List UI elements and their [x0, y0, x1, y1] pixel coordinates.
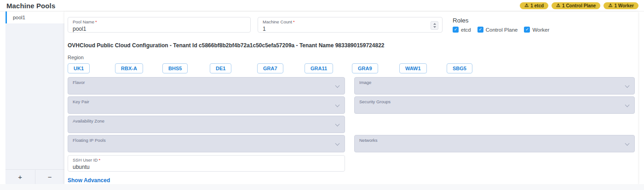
role-checkbox-worker[interactable]: ✓ Worker — [524, 27, 549, 33]
page-title: Machine Pools — [6, 2, 55, 10]
pool-name-input[interactable] — [73, 25, 246, 32]
availability-zone-select-label: Availability Zone — [73, 118, 340, 123]
machine-count-label: Machine Count* — [263, 19, 437, 24]
badge-control-plane[interactable]: ⚠ 1 Control Plane — [552, 2, 600, 9]
checkbox-checked-icon[interactable]: ✓ — [524, 27, 530, 33]
flavor-select[interactable]: Flavor — [68, 77, 345, 95]
stepper-up-icon[interactable] — [433, 23, 436, 25]
machine-count-input[interactable] — [263, 25, 437, 32]
image-select[interactable]: Image — [354, 77, 635, 95]
stepper-down-icon[interactable] — [433, 26, 436, 28]
security-groups-select-label: Security Groups — [359, 99, 630, 104]
region-button-rbx-a[interactable]: RBX-A — [115, 63, 143, 73]
pool-item-label: pool1 — [13, 15, 25, 20]
machine-pools-page: Machine Pools ⚠ 1 etcd ⚠ 1 Control Plane… — [0, 0, 644, 190]
networks-select[interactable]: Networks — [354, 135, 635, 152]
key-pair-select[interactable]: Key Pair — [68, 96, 345, 114]
warning-icon: ⚠ — [608, 3, 612, 8]
availability-zone-select[interactable]: Availability Zone — [68, 116, 345, 133]
badge-label: 1 Control Plane — [562, 3, 596, 8]
region-button-sbg5[interactable]: SBG5 — [447, 63, 472, 73]
role-checkbox-etcd[interactable]: ✓ etcd — [453, 27, 471, 33]
show-advanced-link[interactable]: Show Advanced — [68, 177, 110, 184]
region-button-waw1[interactable]: WAW1 — [399, 63, 427, 73]
floating-ip-pools-select-label: Floating IP Pools — [73, 138, 340, 143]
role-warning-badges: ⚠ 1 etcd ⚠ 1 Control Plane ⚠ 1 Worker — [520, 2, 638, 9]
sidebar-item-pool1[interactable]: pool1 — [6, 11, 64, 23]
region-label: Region — [68, 55, 635, 60]
machine-count-stepper[interactable] — [431, 21, 438, 30]
cloud-config-heading: OVHCloud Public Cloud Configuration - Te… — [68, 42, 635, 49]
networks-select-label: Networks — [359, 138, 630, 143]
page-header: Machine Pools ⚠ 1 etcd ⚠ 1 Control Plane… — [0, 0, 644, 11]
content-area: pool1 + − Pool Name* Machine — [0, 11, 644, 184]
checkbox-checked-icon[interactable]: ✓ — [453, 27, 459, 33]
role-label: etcd — [461, 27, 471, 33]
security-groups-select[interactable]: Security Groups — [354, 96, 635, 114]
required-mark: * — [95, 19, 97, 24]
checkbox-checked-icon[interactable]: ✓ — [477, 27, 483, 33]
machine-count-field[interactable]: Machine Count* — [258, 17, 443, 33]
selects-grid: Flavor Image Key Pair Security Groups Av… — [68, 77, 635, 152]
required-mark: * — [293, 19, 295, 24]
badge-etcd[interactable]: ⚠ 1 etcd — [520, 2, 548, 9]
ssh-user-id-input[interactable] — [73, 163, 340, 170]
ssh-user-id-label: SSH User ID* — [73, 157, 340, 162]
region-options-row: UK1 RBX-A BHS5 DE1 GRA7 GRA11 GRA9 WAW1 … — [68, 63, 635, 73]
pool-name-label: Pool Name* — [73, 19, 246, 24]
badge-worker[interactable]: ⚠ 1 Worker — [604, 2, 638, 9]
grid-empty-cell — [354, 116, 635, 133]
badge-label: 1 Worker — [614, 3, 634, 8]
ssh-user-id-field[interactable]: SSH User ID* — [68, 155, 345, 172]
warning-icon: ⚠ — [556, 3, 560, 8]
badge-label: 1 etcd — [530, 3, 544, 8]
role-label: Worker — [532, 27, 549, 33]
roles-section: Roles ✓ etcd ✓ Control Plane ✓ Worker — [453, 17, 549, 33]
warning-icon: ⚠ — [524, 3, 529, 8]
flavor-select-label: Flavor — [73, 80, 340, 85]
region-button-uk1[interactable]: UK1 — [68, 63, 90, 73]
required-mark: * — [98, 157, 100, 162]
top-fields-row: Pool Name* Machine Count* Roles — [68, 17, 635, 33]
floating-ip-pools-select[interactable]: Floating IP Pools — [68, 135, 345, 152]
region-button-bhs5[interactable]: BHS5 — [162, 63, 188, 73]
roles-heading: Roles — [453, 17, 549, 24]
key-pair-select-label: Key Pair — [73, 99, 340, 104]
region-button-de1[interactable]: DE1 — [210, 63, 231, 73]
pool-name-field[interactable]: Pool Name* — [68, 17, 251, 33]
roles-row: ✓ etcd ✓ Control Plane ✓ Worker — [453, 27, 549, 33]
region-button-gra7[interactable]: GRA7 — [257, 63, 283, 73]
sidebar-actions: + − — [6, 169, 64, 184]
role-label: Control Plane — [486, 27, 518, 33]
remove-pool-button[interactable]: − — [35, 170, 65, 184]
region-button-gra9[interactable]: GRA9 — [352, 63, 378, 73]
role-checkbox-control-plane[interactable]: ✓ Control Plane — [477, 27, 518, 33]
image-select-label: Image — [359, 80, 630, 85]
region-button-gra11[interactable]: GRA11 — [305, 63, 333, 73]
add-pool-button[interactable]: + — [6, 170, 35, 184]
pool-config-panel: Pool Name* Machine Count* Roles — [64, 11, 638, 184]
sidebar-spacer — [6, 23, 64, 169]
pool-list-sidebar: pool1 + − — [6, 11, 64, 184]
footer-strip — [0, 184, 644, 190]
